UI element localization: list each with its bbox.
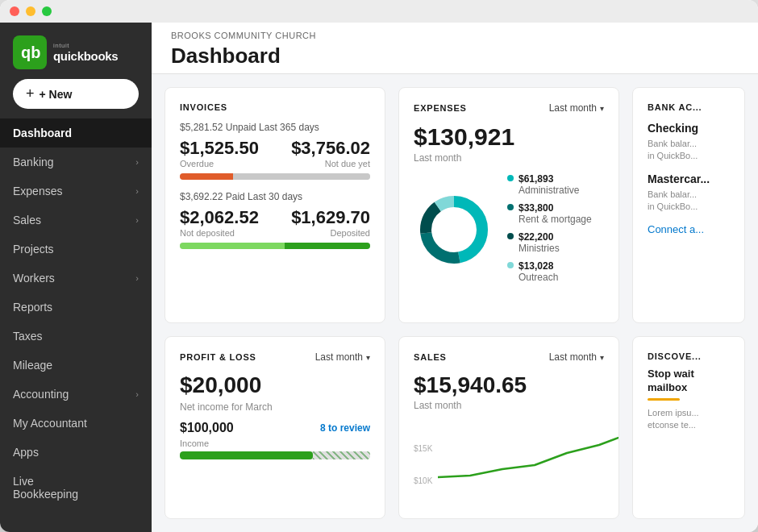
sidebar-item-label: LiveBookkeeping (13, 475, 78, 501)
sales-filter-label: Last month (549, 351, 597, 363)
sidebar-item-sales[interactable]: Sales › (0, 206, 152, 235)
maximize-dot[interactable] (42, 6, 52, 16)
bank-card-header: BANK AC... (648, 102, 730, 112)
sales-title: SALES (414, 352, 447, 362)
expenses-legend: $61,893 Administrative $33,800 Rent & mo… (507, 173, 604, 289)
legend-text: $13,028 Outreach (519, 260, 558, 283)
sidebar-item-my-accountant[interactable]: My Accountant (0, 409, 152, 438)
expenses-total: $130,921 (414, 123, 604, 151)
income-bar-hatch (313, 451, 370, 459)
pl-title: PROFIT & LOSS (180, 352, 256, 362)
pl-income-row: $100,000 8 to review (180, 421, 370, 435)
main-content: BROOKS COMMUNITY CHURCH Dashboard INVOIC… (152, 23, 758, 532)
account-desc-checking: Bank balar...in QuickBo... (648, 138, 730, 163)
sidebar-item-label: Reports (13, 301, 52, 314)
income-progress-bar (180, 451, 370, 459)
sidebar-item-workers[interactable]: Workers › (0, 264, 152, 293)
legend-text: $22,200 Ministries (519, 231, 560, 254)
pl-card-header: PROFIT & LOSS Last month ▾ (180, 351, 370, 363)
main-header: BROOKS COMMUNITY CHURCH Dashboard (152, 23, 758, 74)
overdue-amount: $1,525.50 (180, 138, 259, 159)
bank-card-title: BANK AC... (648, 102, 702, 112)
net-income-amount: $20,000 (180, 372, 370, 398)
sidebar-item-mileage[interactable]: Mileage (0, 351, 152, 380)
svg-text:qb: qb (21, 44, 40, 61)
pl-filter-button[interactable]: Last month ▾ (315, 351, 370, 363)
review-link[interactable]: 8 to review (320, 422, 370, 434)
chevron-right-icon: › (135, 389, 139, 399)
sidebar: qb intuit quickbooks + + New Dashboard B… (0, 23, 152, 532)
dropdown-arrow-icon: ▾ (600, 104, 604, 113)
sidebar-item-accounting[interactable]: Accounting › (0, 380, 152, 409)
pl-filter-label: Last month (315, 351, 363, 363)
overdue-fill (180, 173, 233, 180)
not-deposited-amount: $2,062.52 (180, 207, 259, 228)
page-title: Dashboard (171, 44, 739, 69)
sales-total: $15,940.65 (414, 372, 604, 398)
legend-dot (507, 233, 514, 239)
legend-dot (507, 204, 514, 210)
svg-point-7 (433, 209, 475, 251)
chart-label-15k: $15K (414, 444, 432, 453)
invoices-unpaid-section: $5,281.52 Unpaid Last 365 days $1,525.50… (180, 122, 370, 180)
sidebar-item-projects[interactable]: Projects (0, 235, 152, 264)
new-button-label: + New (40, 88, 73, 101)
minimize-dot[interactable] (26, 6, 35, 16)
expenses-sublabel: Last month (414, 152, 604, 164)
account-desc-mastercard: Bank balar...in QuickBo... (648, 189, 730, 214)
expenses-filter-label: Last month (549, 102, 597, 114)
app-window: qb intuit quickbooks + + New Dashboard B… (0, 0, 758, 532)
legend-text: $33,800 Rent & mortgage (519, 202, 592, 225)
quickbooks-logo: qb (13, 35, 47, 69)
sidebar-item-expenses[interactable]: Expenses › (0, 177, 152, 206)
sidebar-item-apps[interactable]: Apps (0, 438, 152, 467)
sales-sublabel: Last month (414, 400, 604, 411)
sidebar-item-taxes[interactable]: Taxes (0, 322, 152, 351)
sidebar-item-banking[interactable]: Banking › (0, 148, 152, 177)
sidebar-item-label: Accounting (13, 388, 69, 401)
discover-card: DISCOVE... Stop waitmailbox Lorem ipsu..… (632, 336, 745, 519)
close-dot[interactable] (10, 6, 19, 16)
sales-card: SALES Last month ▾ $15,940.65 Last month… (398, 336, 619, 519)
sidebar-item-dashboard[interactable]: Dashboard (0, 118, 152, 148)
income-label: Income (180, 438, 370, 448)
titlebar (0, 0, 758, 23)
profit-loss-card: PROFIT & LOSS Last month ▾ $20,000 Net i… (165, 336, 385, 519)
legend-dot (507, 262, 514, 268)
legend-item-rent: $33,800 Rent & mortgage (507, 202, 604, 225)
sales-filter-button[interactable]: Last month ▾ (549, 351, 604, 363)
review-link-label: 8 to review (320, 422, 370, 434)
expenses-filter-button[interactable]: Last month ▾ (549, 102, 604, 114)
invoices-amounts-row: $1,525.50 Overdue $3,756.02 Not due yet (180, 138, 370, 172)
dropdown-arrow-icon: ▾ (366, 353, 370, 362)
connect-account-link[interactable]: Connect a... (648, 223, 730, 235)
paid-label: $3,692.22 Paid Last 30 days (180, 191, 370, 202)
unpaid-progress-bar (180, 173, 370, 180)
bank-accounts-card: BANK AC... Checking Bank balar...in Quic… (632, 87, 745, 323)
bank-account-mastercard: Mastercar... Bank balar...in QuickBo... (648, 172, 730, 214)
discover-headline: Stop waitmailbox (648, 368, 730, 395)
sidebar-item-reports[interactable]: Reports (0, 293, 152, 322)
sidebar-item-live-bookkeeping[interactable]: LiveBookkeeping (0, 467, 152, 509)
app-container: qb intuit quickbooks + + New Dashboard B… (0, 23, 758, 532)
sidebar-item-label: Projects (13, 243, 54, 256)
sales-card-header: SALES Last month ▾ (414, 351, 604, 363)
invoices-paid-section: $3,692.22 Paid Last 30 days $2,062.52 No… (180, 191, 370, 249)
not-deposited-col: $2,062.52 Not deposited (180, 207, 259, 241)
dropdown-arrow-icon: ▾ (600, 353, 604, 362)
plus-icon: + (26, 85, 35, 102)
account-name-checking: Checking (648, 122, 730, 135)
legend-item-administrative: $61,893 Administrative (507, 173, 604, 196)
sidebar-item-label: Workers (13, 272, 55, 285)
expenses-donut-chart (414, 189, 494, 273)
discover-body: Lorem ipsu...etconse te... (648, 407, 730, 432)
invoices-card: INVOICES $5,281.52 Unpaid Last 365 days … (165, 87, 385, 323)
expenses-card: EXPENSES Last month ▾ $130,921 Last mont… (398, 87, 619, 323)
discover-accent-line (648, 398, 680, 401)
chevron-right-icon: › (135, 273, 139, 283)
bank-account-checking: Checking Bank balar...in QuickBo... (648, 122, 730, 163)
expenses-title: EXPENSES (414, 103, 467, 113)
new-button[interactable]: + + New (13, 79, 139, 109)
legend-dot (507, 175, 514, 181)
legend-item-ministries: $22,200 Ministries (507, 231, 604, 254)
